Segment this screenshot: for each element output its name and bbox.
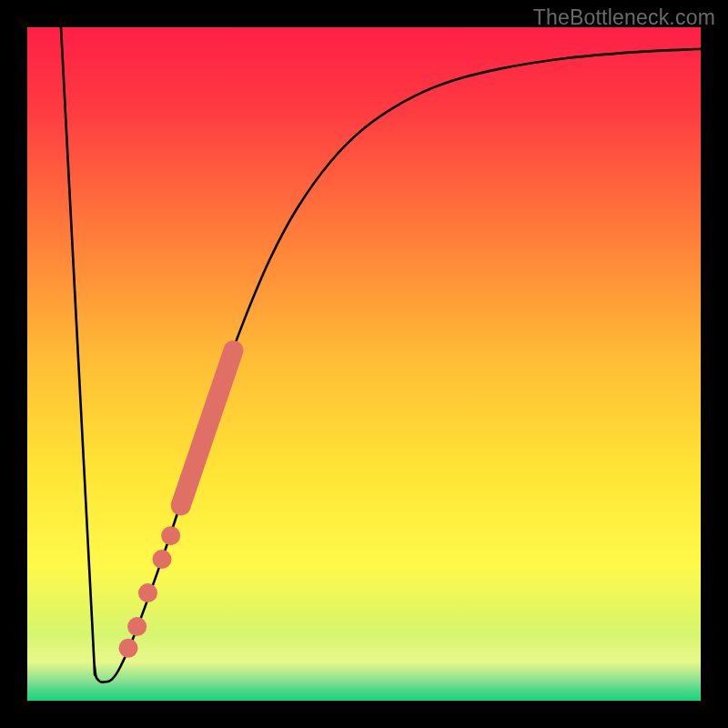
marker-point <box>119 639 138 658</box>
chart-container: TheBottleneck.com <box>0 0 728 728</box>
plot-svg <box>27 27 701 701</box>
marker-point <box>153 550 172 569</box>
watermark-text: TheBottleneck.com <box>533 5 715 30</box>
marker-point <box>127 617 147 636</box>
marker-point <box>161 526 180 545</box>
marker-point <box>138 583 157 602</box>
